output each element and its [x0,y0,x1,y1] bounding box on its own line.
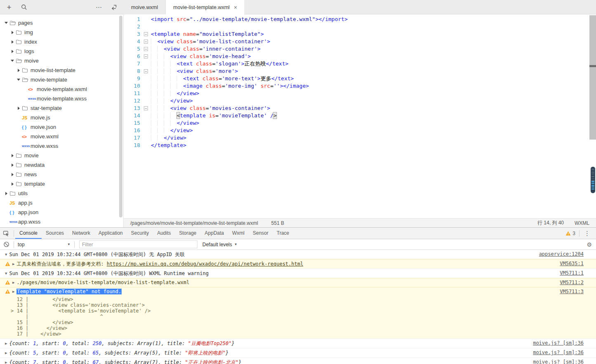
tree-folder-movie[interactable]: movie [0,151,123,160]
tree-file-movie-template.wxss[interactable]: wxssmovie-template.wxss [0,94,123,103]
code-line[interactable]: 12 </view> [124,97,596,105]
chevron-right-icon[interactable] [16,68,22,72]
fold-icon[interactable]: − [144,40,148,44]
more-options-icon[interactable]: ⋯ [94,0,104,14]
editor-scrollbar-track[interactable] [589,15,596,140]
console-log-row[interactable]: ▶{count: 7, start: 0, total: 67, subject… [0,357,596,364]
chevron-right-icon[interactable] [10,30,16,35]
tab-console[interactable]: Console [15,228,42,239]
tree-file-moive.js[interactable]: JSmoive.js [0,113,123,122]
fold-icon[interactable]: − [144,47,148,51]
code-editor[interactable]: 1<import src="../movie-template/movie-te… [124,15,596,218]
chevron-right-icon[interactable] [10,40,16,44]
source-location-link[interactable]: moive.js? [sm]:36 [533,359,584,364]
clear-console-icon[interactable] [0,241,12,247]
source-location-link[interactable]: moive.js? [sm]:36 [533,350,584,355]
code-line[interactable]: 6− <view class='movie-head'> [124,53,596,60]
tab-appdata[interactable]: AppData [201,228,228,239]
expand-arrow-icon[interactable]: ▶ [12,289,14,294]
tree-folder-template[interactable]: template [0,179,123,189]
tab-wxml[interactable]: Wxml [228,228,249,239]
console-url-link[interactable]: https://mp.weixin.qq.com/debug/wxadoc/de… [107,261,303,267]
console-log-row[interactable]: ▶{count: 1, start: 0, total: 250, subjec… [0,338,596,348]
expand-arrow-icon[interactable]: ▶ [5,341,7,345]
tree-folder-index[interactable]: index [0,37,123,47]
source-location-link[interactable]: VM5711:3 [560,289,584,294]
language-mode[interactable]: WXML [575,220,589,226]
code-line[interactable]: 5− <view class='inner-container'> [124,45,596,53]
tree-folder-pages[interactable]: pages [0,18,123,28]
chevron-right-icon[interactable] [10,49,16,54]
code-line[interactable]: 4− <view class='movie-list-container'> [124,38,596,45]
source-location-link[interactable]: VM5635:1 [560,261,584,266]
expand-arrow-icon[interactable]: ▶ [12,262,14,266]
code-line[interactable]: 8− <view class='more'> [124,68,596,75]
chevron-right-icon[interactable] [4,191,9,196]
console-log-row[interactable]: ▶{count: 5, start: 0, total: 65, subject… [0,348,596,357]
tab-network[interactable]: Network [68,228,94,239]
scrollbar-grip-handle[interactable] [591,167,595,193]
source-location-link[interactable]: VM5711:2 [560,280,584,285]
tree-folder-movie-list-template[interactable]: movie-list-template [0,65,123,75]
console-log-row[interactable]: ▼Sun Dec 01 2019 10:32:44 GMT+0800 (中国标准… [0,268,596,278]
console-warning-row[interactable]: ▶./pages/moive/movie-list-template/movie… [0,278,596,287]
code-line[interactable]: 17 </view> [124,134,596,142]
chevron-down-icon[interactable] [10,58,16,63]
chevron-down-icon[interactable] [16,77,22,82]
tree-file-movie-template.wxml[interactable]: <>movie-template.wxml [0,84,123,94]
tab-sources[interactable]: Sources [42,228,68,239]
source-location-link[interactable]: moive.js? [sm]:36 [533,340,584,346]
code-line[interactable]: 9 <text class='more-text'>更多</text> [124,75,596,82]
tree-folder-star-template[interactable]: star-template [0,103,123,113]
tree-folder-logs[interactable]: logs [0,47,123,56]
tree-file-moive.wxml[interactable]: <>moive.wxml [0,132,123,141]
console-warning-row[interactable]: ▶Template "movieTemplate" not found.VM57… [0,287,596,338]
source-location-link[interactable]: VM5711:1 [560,270,584,276]
search-icon[interactable] [19,0,29,14]
filter-input[interactable] [79,240,197,248]
tree-folder-movie-template[interactable]: movie-template [0,75,123,84]
fold-icon[interactable]: − [144,69,148,73]
tree-file-app.wxss[interactable]: wxssapp.wxss [0,217,123,226]
kebab-menu-icon[interactable]: ⋮ [581,230,594,237]
tree-folder-utils[interactable]: utils [0,189,123,198]
tree-folder-moive[interactable]: moive [0,56,123,65]
code-line[interactable]: 1<import src="../movie-template/movie-te… [124,16,596,23]
tree-folder-img[interactable]: img [0,28,123,37]
code-line[interactable]: 10 <image class='more-img' src=''></imag… [124,82,596,90]
chevron-right-icon[interactable] [10,163,16,167]
tab-audits[interactable]: Audits [153,228,175,239]
fold-icon[interactable]: − [144,54,148,58]
tab-moive-wxml[interactable]: moive.wxml [124,0,166,14]
chevron-right-icon[interactable] [10,153,16,158]
code-line[interactable]: 15 </view> [124,119,596,127]
collapse-arrow-icon[interactable]: ▼ [5,252,7,257]
tree-file-app.json[interactable]: { }app.json [0,208,123,217]
expand-arrow-icon[interactable]: ▶ [12,280,14,285]
new-file-icon[interactable]: + [4,0,14,14]
chevron-right-icon[interactable] [16,106,22,110]
inspect-element-icon[interactable] [0,228,12,239]
execution-context-selector[interactable]: top ▼ [15,242,73,247]
fold-icon[interactable]: − [144,32,148,36]
source-location-link[interactable]: appservice:1204 [539,251,584,257]
tab-movie-list-template-wxml[interactable]: movie-list-template.wxml × [166,0,245,15]
tab-security[interactable]: Security [127,228,153,239]
settings-gear-icon[interactable]: ⚙ [587,241,592,248]
log-levels-dropdown[interactable]: Default levels ▼ [202,242,237,247]
chevron-right-icon[interactable] [10,182,16,186]
tree-file-app.js[interactable]: JSapp.js [0,198,123,208]
code-line[interactable]: 18</template> [124,142,596,149]
code-line[interactable]: 2 [124,23,596,30]
collapse-panel-icon[interactable] [110,0,120,14]
console-log-row[interactable]: ▼Sun Dec 01 2019 10:32:44 GMT+0800 (中国标准… [0,250,596,259]
tab-trace[interactable]: Trace [272,228,293,239]
tree-file-moive.wxss[interactable]: wxssmoive.wxss [0,141,123,151]
code-line[interactable]: 14 <template is='movieTemplate' /> [124,112,596,119]
tab-sensor[interactable]: Sensor [249,228,272,239]
code-line[interactable]: 11 </view> [124,90,596,97]
tree-file-moive.json[interactable]: { }moive.json [0,122,123,132]
collapse-arrow-icon[interactable]: ▼ [5,271,7,275]
chevron-down-icon[interactable] [4,21,9,25]
tree-folder-news[interactable]: news [0,170,123,179]
